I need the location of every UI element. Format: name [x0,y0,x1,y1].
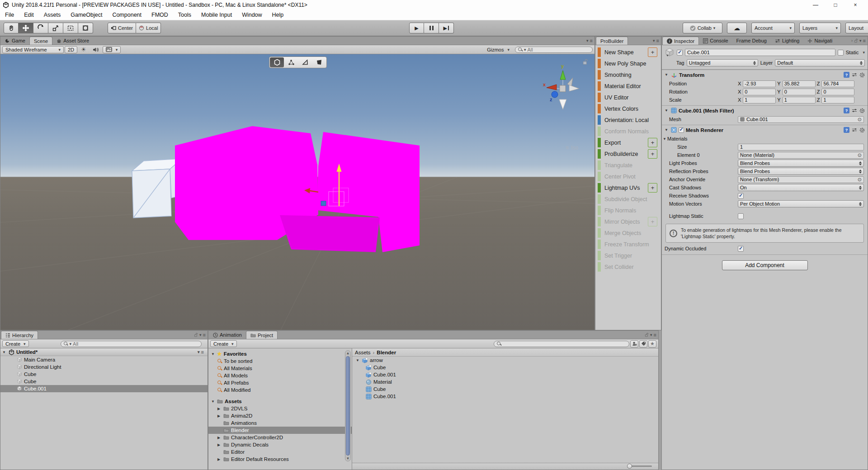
hierarchy-item-directional-light[interactable]: Directional Light [0,363,208,371]
pb-uv-editor[interactable]: UV Editor [595,92,661,103]
static-caret-icon[interactable]: ▾ [863,50,865,55]
foldout-icon[interactable]: ▼ [2,350,7,354]
reflection-probes-dropdown[interactable]: Blend Probes [738,168,864,175]
scroll-down-icon[interactable]: ▼ [346,456,350,461]
layer-dropdown[interactable]: Default [775,59,865,66]
tab-hierarchy[interactable]: Hierarchy [1,331,38,339]
menu-item-tools[interactable]: Tools [173,10,196,20]
breadcrumb-assets[interactable]: Assets [355,350,371,355]
cast-shadows-dropdown[interactable]: On [738,184,864,191]
pane-menu-icon[interactable]: ≡ [654,333,656,337]
pb-lightmap-uvs[interactable]: Lightmap UVs+ [595,182,661,193]
mesh-renderer-enabled-checkbox[interactable]: ✓ [679,127,684,133]
object-mode-button[interactable] [270,57,284,67]
pb-orientation[interactable]: Orientation: Local [595,114,661,126]
menu-item-help[interactable]: Help [267,10,289,20]
scrollbar-thumb[interactable] [346,356,350,456]
folder-charactercontroller2d[interactable]: ▶ CharacterController2D [208,434,352,441]
menu-item-window[interactable]: Window [237,10,267,20]
tab-game[interactable]: Game [1,37,29,45]
scene-effects-dropdown[interactable]: ▾ [103,46,121,53]
folder-blender[interactable]: Blender [208,427,352,434]
scene-caret-icon[interactable]: ▾ [198,350,200,354]
add-component-button[interactable]: Add Component [722,260,808,270]
tab-lighting[interactable]: Lighting [771,37,804,45]
favorite-all-modified[interactable]: All Modified [208,386,352,394]
rotation-y-field[interactable]: 0 [783,89,816,95]
collab-button[interactable]: Collab ▾ [683,23,722,33]
pb-smoothing[interactable]: Smoothing [595,69,661,80]
pb-vertex-colors[interactable]: Vertex Colors [595,103,661,114]
folder-2dvls[interactable]: ▶ 2DVLS [208,405,352,412]
scene-search-input[interactable]: ▾ All [515,47,593,53]
minimize-button[interactable]: — [806,0,826,9]
scene-lighting-toggle[interactable]: ☀ [78,46,89,53]
pause-button[interactable] [424,23,439,33]
rotation-z-field[interactable]: 0 [821,89,854,95]
tab-scene[interactable]: Scene [29,37,52,45]
zoom-slider-knob[interactable] [627,464,632,469]
menu-item-component[interactable]: Component [107,10,146,20]
receive-shadows-checkbox[interactable]: ✓ [738,193,744,199]
menu-item-mobile-input[interactable]: Mobile Input [196,10,237,20]
layers-dropdown[interactable]: Layers ▾ [799,23,841,33]
move-tool-button[interactable] [19,23,33,33]
pane-menu-icon[interactable]: ≡ [590,39,593,43]
pane-caret-icon[interactable]: ▾ [199,333,202,337]
scroll-up-icon[interactable]: ▲ [346,351,350,355]
object-picker-icon[interactable]: ⊙ [858,117,862,122]
motion-vectors-dropdown[interactable]: Per Object Motion [738,200,864,207]
light-probes-dropdown[interactable]: Blend Probes [738,160,864,167]
thumbnail-zoom-slider[interactable] [627,465,652,467]
pane-menu-icon[interactable]: ≡ [656,39,659,43]
vertex-mode-button[interactable] [284,57,298,67]
mesh-object-field[interactable]: Cube.001 ⊙ [738,116,864,123]
menu-item-fmod[interactable]: FMOD [146,10,173,20]
search-by-type-button[interactable] [630,340,638,348]
gizmos-dropdown[interactable]: Gizmos ▾ [484,46,512,53]
pb-new-poly-shape[interactable]: New Poly Shape [595,58,661,69]
tab-navigation[interactable]: Navigati [803,37,836,45]
lock-icon[interactable] [854,38,858,43]
presets-icon[interactable] [852,72,857,77]
pivot-local-button[interactable]: Local [136,23,161,33]
favorites-root[interactable]: ▼ ★ Favorites [208,350,352,357]
foldout-icon[interactable]: ▼ [665,128,669,132]
folder-editor-default-resources[interactable]: ▶ Editor Default Resources [208,456,352,463]
favorite-all-models[interactable]: All Models [208,372,352,379]
hierarchy-item-main-camera[interactable]: Main Camera [0,356,208,363]
tab-project[interactable]: Project [246,331,278,339]
close-button[interactable]: × [845,0,865,9]
materials-foldout[interactable]: ▼ Materials [662,135,868,143]
presets-icon[interactable] [852,108,857,113]
position-y-field[interactable]: 35.882 [783,80,816,87]
gear-icon[interactable] [859,108,865,113]
iso-mode-indicator[interactable]: ≡ Iso [566,145,578,151]
scale-z-field[interactable]: 1 [821,97,854,103]
hierarchy-scene-root[interactable]: ▼ Untitled* ▾ ≡ [0,348,208,356]
gear-icon[interactable] [859,72,865,78]
pb-probuilderize-options-button[interactable]: + [648,149,657,159]
breadcrumb-blender[interactable]: Blender [377,350,396,355]
gear-icon[interactable] [859,127,865,133]
tab-asset-store[interactable]: Asset Store [52,37,93,45]
project-search-input[interactable] [494,341,629,347]
scale-y-field[interactable]: 1 [783,97,816,103]
transform-tool-button[interactable] [78,23,93,33]
static-checkbox[interactable] [838,50,844,56]
element0-object-field[interactable]: None (Material) ⊙ [738,152,864,159]
toggle-2d-button[interactable]: 2D [65,46,77,53]
anchor-override-field[interactable]: None (Transform) ⊙ [738,176,864,183]
tag-dropdown[interactable]: Untagged [687,59,758,66]
favorite-search-button[interactable]: ★ [648,340,656,348]
dynamic-occluded-checkbox[interactable]: ✓ [738,246,744,252]
scene-viewport[interactable]: y x z ≡ Iso [0,54,594,330]
folder-editor[interactable]: Editor [208,448,352,456]
asset-cube001-submesh[interactable]: Cube.001 [352,371,658,378]
project-tree-scrollbar[interactable]: ▲ ▼ [345,350,351,461]
folder-dynamic-decals[interactable]: ▶ Dynamic Decals [208,441,352,448]
magenta-cubes[interactable] [175,126,420,252]
object-picker-icon[interactable]: ⊙ [858,177,862,183]
scene-orientation-gizmo[interactable]: y x z [541,61,585,114]
pane-menu-icon[interactable]: ≡ [203,333,206,337]
